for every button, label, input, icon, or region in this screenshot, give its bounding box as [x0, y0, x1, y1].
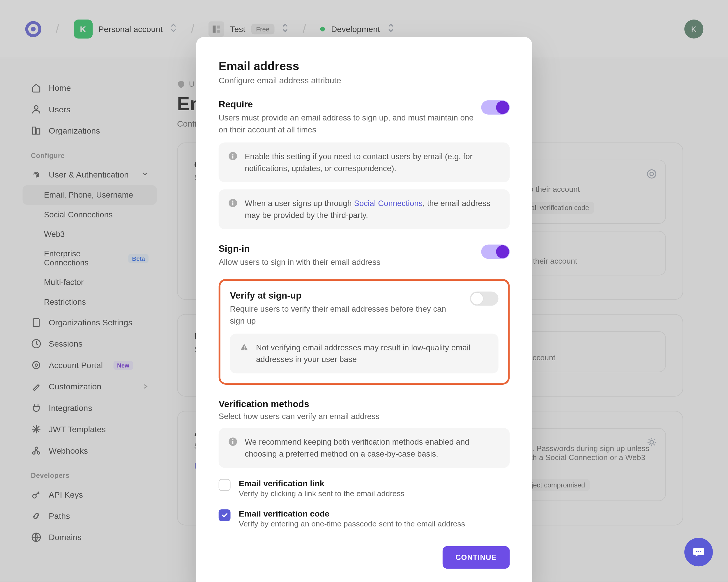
- link-checkbox[interactable]: [219, 479, 231, 491]
- code-title: Email verification code: [239, 509, 465, 519]
- require-title: Require: [219, 99, 474, 110]
- verify-title: Verify at sign-up: [230, 290, 463, 301]
- signin-title: Sign-in: [219, 244, 474, 254]
- link-desc: Verify by clicking a link sent to the em…: [239, 490, 405, 498]
- continue-button[interactable]: CONTINUE: [442, 546, 510, 569]
- method-code-row[interactable]: Email verification code Verify by enteri…: [219, 509, 510, 528]
- modal-subtitle: Configure email address attribute: [219, 75, 510, 85]
- verify-desc: Require users to verify their email addr…: [230, 303, 463, 327]
- modal-title: Email address: [219, 59, 510, 73]
- svg-point-29: [696, 551, 697, 552]
- email-settings-modal: Email address Configure email address at…: [196, 37, 532, 582]
- methods-note: We recommend keeping both verification m…: [219, 428, 510, 468]
- code-checkbox[interactable]: [219, 509, 231, 522]
- methods-desc: Select how users can verify an email add…: [219, 412, 510, 421]
- verify-warning: Not verifying email addresses may result…: [230, 334, 498, 373]
- methods-title: Verification methods: [219, 399, 510, 410]
- require-note1: Enable this setting if you need to conta…: [219, 143, 510, 183]
- svg-rect-27: [232, 441, 233, 444]
- require-section: Require Users must provide an email addr…: [219, 99, 510, 230]
- signin-desc: Allow users to sign in with their email …: [219, 257, 474, 268]
- link-title: Email verification link: [239, 479, 405, 488]
- chat-fab[interactable]: [684, 538, 713, 566]
- methods-section: Verification methods Select how users ca…: [219, 399, 510, 528]
- warning-icon: [239, 342, 249, 365]
- require-desc: Users must provide an email address to s…: [219, 112, 474, 136]
- svg-point-23: [232, 201, 234, 202]
- signin-section: Sign-in Allow users to sign in with thei…: [219, 244, 510, 268]
- svg-point-25: [244, 349, 244, 350]
- info-icon: [228, 437, 238, 460]
- svg-point-28: [232, 439, 234, 441]
- svg-point-30: [698, 551, 699, 552]
- verify-toggle[interactable]: [470, 292, 498, 306]
- svg-point-20: [232, 154, 234, 155]
- svg-point-31: [700, 551, 701, 552]
- require-toggle[interactable]: [481, 101, 510, 115]
- svg-rect-22: [232, 202, 233, 205]
- info-icon: [228, 151, 238, 174]
- svg-rect-19: [232, 156, 233, 159]
- info-icon: [228, 198, 238, 221]
- code-desc: Verify by entering an one-time passcode …: [239, 520, 465, 529]
- require-note2: When a user signs up through Social Conn…: [219, 189, 510, 229]
- social-connections-link[interactable]: Social Connections: [354, 199, 423, 208]
- method-link-row[interactable]: Email verification link Verify by clicki…: [219, 479, 510, 498]
- svg-rect-24: [244, 346, 244, 348]
- verify-section-highlight: Verify at sign-up Require users to verif…: [219, 279, 510, 385]
- signin-toggle[interactable]: [481, 245, 510, 259]
